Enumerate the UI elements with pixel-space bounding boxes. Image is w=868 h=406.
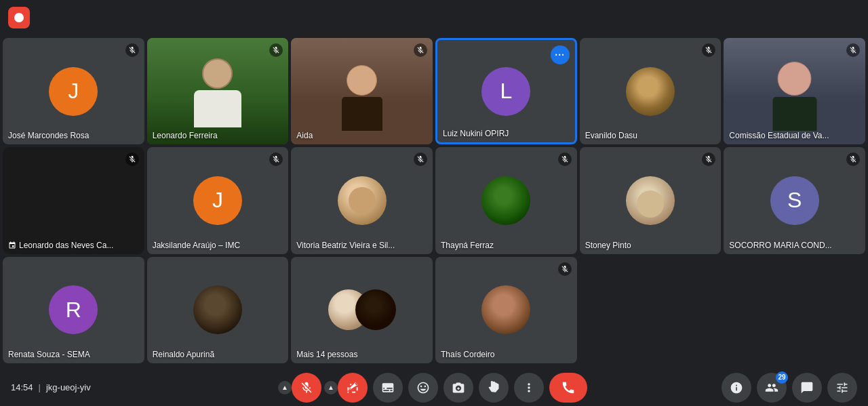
name-label-leonardo-ferreira: Leonardo Ferreira [153,131,218,140]
avatar-socorro: S [770,176,819,225]
camera-switch-button[interactable] [443,373,473,403]
captions-button[interactable] [373,373,403,403]
bottom-toolbar: 14:54 | jkg-ueoj-yiv ▲ ▲ [0,369,868,406]
leo-person [194,58,241,127]
participant-tile-stoney[interactable]: Stoney Pinto [580,147,722,253]
participant-tile-mais-pessoas[interactable]: Mais 14 pessoas [291,257,433,363]
raise-hand-button[interactable] [479,373,509,403]
name-label-thais: Thaís Cordeiro [441,350,494,359]
mute-indicator-comissao [846,43,860,57]
aida-person [342,65,382,131]
name-label-vitoria: Vitoria Beatriz Vieira e Sil... [296,241,395,250]
name-label-stoney: Stoney Pinto [585,241,631,250]
mute-indicator-vitoria [414,153,427,166]
photo-thayna [481,176,530,225]
mute-indicator-jaksilande [269,153,283,166]
participant-tile-aida[interactable]: Aida [291,38,433,144]
mute-indicator-evanildo [702,43,715,57]
name-label-aida: Aida [296,131,313,140]
avatar-jose: J [49,67,98,116]
mais-pessoas-avatars [325,285,399,334]
mic-group: ▲ [281,373,321,403]
video-grid: J José Marcondes Rosa Leonardo Ferreira … [0,35,868,366]
toolbar-center: ▲ ▲ [281,373,587,403]
mute-indicator-aida [414,43,427,57]
chat-button[interactable] [792,373,822,403]
mic-button[interactable] [292,373,321,403]
camera-chevron-button[interactable]: ▲ [324,381,338,394]
meeting-time: 14:54 [11,382,33,392]
mute-indicator-thayna [558,153,572,166]
photo-vitoria [338,176,387,225]
name-label-renata: Renata Souza - SEMA [8,350,90,359]
meeting-info-left: 14:54 | jkg-ueoj-yiv [11,382,91,392]
record-dot-icon [14,13,24,22]
participant-tile-leonardo-neves[interactable]: Leonardo das Neves Ca... [3,147,144,253]
name-label-socorro: SOCORRO MARIA COND... [729,241,831,250]
name-label-evanildo: Evanildo Dasu [585,131,637,140]
top-bar [0,0,868,35]
name-label-mais-pessoas: Mais 14 pessoas [296,350,357,359]
participant-tile-renata[interactable]: R Renata Souza - SEMA [3,257,144,363]
info-button[interactable] [722,373,751,403]
participant-tile-comissao[interactable]: Comissão Estadual de Va... [724,38,865,144]
photo-reinaldo [193,285,242,334]
name-label-jaksilande: Jaksilande Araújo – IMC [153,241,240,250]
people-button[interactable]: 29 [757,373,787,403]
name-label-reinaldo: Reinaldo Apurinã [153,350,214,359]
photo-evanildo [626,67,675,116]
time-separator: | [39,382,41,392]
name-label-neves: Leonardo das Neves Ca... [8,241,113,250]
participant-tile-socorro[interactable]: S SOCORRO MARIA COND... [724,147,865,253]
name-label-comissao: Comissão Estadual de Va... [729,131,829,140]
participant-tile-thais[interactable]: Thaís Cordeiro [435,257,577,363]
people-badge: 29 [776,371,788,384]
participant-tile-thayna[interactable]: Thayná Ferraz [435,147,577,253]
mute-indicator-jose [125,43,139,57]
name-label-thayna: Thayná Ferraz [441,241,494,250]
record-button[interactable] [8,7,30,28]
more-options-luiz[interactable]: ··· [551,45,570,64]
bg-dark-neves [3,147,144,253]
mute-indicator-stoney [702,153,715,166]
participant-tile-reinaldo[interactable]: Reinaldo Apurinã [147,257,289,363]
camera-button[interactable] [338,373,368,403]
end-call-button[interactable] [549,373,587,403]
participant-tile-leonardo-ferreira[interactable]: Leonardo Ferreira [147,38,289,144]
meeting-code: jkg-ueoj-yiv [46,382,91,392]
mais-avatar-2 [355,289,396,330]
avatar-luiz: L [481,67,530,116]
participant-tile-jaksilande[interactable]: J Jaksilande Araújo – IMC [147,147,289,253]
participant-tile-jose[interactable]: J José Marcondes Rosa [3,38,144,144]
mute-indicator-neves [125,153,139,166]
mic-chevron-button[interactable]: ▲ [278,381,292,394]
emoji-button[interactable] [408,373,438,403]
more-options-button[interactable] [514,373,544,403]
photo-thais [481,285,530,334]
camera-group: ▲ [327,373,368,403]
photo-stoney [626,176,675,225]
participant-tile-evanildo[interactable]: Evanildo Dasu [580,38,722,144]
comissao-person [772,62,816,131]
participant-tile-luiz[interactable]: L ··· Luiz Nukini OPIRJ [435,38,577,144]
mute-indicator-thais [558,262,572,276]
mute-indicator-socorro [846,153,860,166]
activities-button[interactable] [827,373,857,403]
toolbar-right: 29 [722,373,857,403]
participant-tile-vitoria[interactable]: Vitoria Beatriz Vieira e Sil... [291,147,433,253]
avatar-jaksilande: J [193,176,242,225]
name-label-jose: José Marcondes Rosa [8,131,89,140]
avatar-renata: R [49,285,98,334]
name-label-luiz: Luiz Nukini OPIRJ [443,129,509,138]
